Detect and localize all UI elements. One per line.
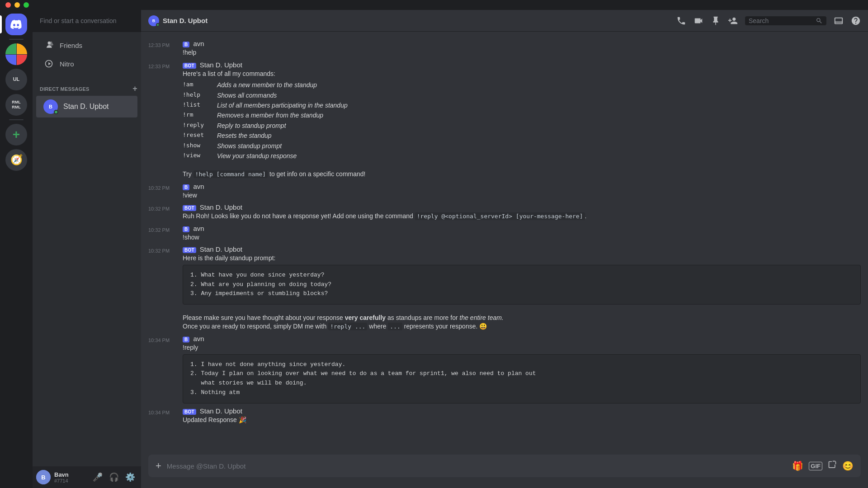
dm-search-bar[interactable] <box>33 10 141 32</box>
message-text: !help <box>183 48 861 57</box>
command-desc: Resets the standup <box>217 131 272 141</box>
message-author: Stan D. Upbot <box>200 61 242 69</box>
command-desc: Shows standup prompt <box>217 141 282 151</box>
message-row: 10:32 PM B avn !show <box>141 224 868 243</box>
message-author: Stan D. Upbot <box>200 245 242 253</box>
command-name: !reset <box>183 131 210 141</box>
command-row: !reply Reply to standup prompt <box>183 121 861 131</box>
user-panel: B Bavn #7714 🎤 🎧 ⚙️ <box>33 466 141 488</box>
settings-button[interactable]: ⚙️ <box>123 470 137 484</box>
mute-button[interactable]: 🎤 <box>90 470 105 484</box>
command-row: !help Shows all commands <box>183 90 861 100</box>
dm-section-header: DIRECT MESSAGES + <box>33 77 141 95</box>
help-button[interactable] <box>851 16 861 26</box>
message-time: 10:32 PM <box>148 227 170 233</box>
dm-nav: Friends Nitro <box>33 32 141 77</box>
inbox-button[interactable] <box>834 16 844 26</box>
message-row: 10:32 PM BOT Stan D. Upbot Here is the d… <box>141 244 868 332</box>
new-dm-button[interactable]: + <box>132 84 137 94</box>
message-timestamp-col: 10:32 PM <box>148 225 175 242</box>
command-row: !show Shows standup prompt <box>183 141 861 151</box>
bot-badge: BOT <box>183 205 196 211</box>
sticker-button[interactable] <box>828 460 837 472</box>
friends-label: Friends <box>60 42 82 49</box>
direct-messages-title: DIRECT MESSAGES <box>40 86 90 92</box>
server-icon-1[interactable] <box>5 43 27 65</box>
message-author-row: BOT Stan D. Upbot <box>183 203 861 211</box>
discover-servers-button[interactable]: 🧭 <box>5 149 27 171</box>
server-icon-2[interactable]: UL <box>5 69 27 90</box>
nitro-label: Nitro <box>60 60 74 68</box>
message-row: 10:34 PM BOT Stan D. Upbot Updated Respo… <box>141 406 868 426</box>
gift-button[interactable]: 🎁 <box>792 460 803 471</box>
message-row: 10:34 PM B avn !reply 1. I have not done… <box>141 334 868 404</box>
user-badge: B <box>183 42 189 47</box>
message-author: avn <box>193 335 204 343</box>
message-row: 12:33 PM BOT Stan D. Upbot Here's a list… <box>141 60 868 180</box>
add-server-button[interactable]: + <box>5 124 27 145</box>
chat-input-area: + 🎁 GIF 😊 <box>141 455 868 488</box>
command-desc: Reply to standup prompt <box>217 121 286 131</box>
message-timestamp-col: 12:33 PM <box>148 61 175 179</box>
message-text: !view <box>183 191 861 200</box>
message-author: Stan D. Upbot <box>200 407 242 415</box>
deafen-button[interactable]: 🎧 <box>107 470 121 484</box>
message-text: Updated Response 🎉 <box>183 416 861 425</box>
username: Bavn <box>54 471 87 478</box>
message-row: 12:33 PM B avn !help <box>141 39 868 58</box>
reply-block: 1. I have not done anything since yester… <box>183 354 861 404</box>
dm-sidebar: Friends Nitro DIRECT MESSAGES + B Stan D… <box>33 10 141 488</box>
server-avatar-cell <box>17 43 28 54</box>
message-input[interactable] <box>167 457 787 475</box>
maximize-button[interactable] <box>24 2 29 8</box>
server-avatar-cell <box>5 55 16 66</box>
search-input[interactable] <box>36 14 137 27</box>
add-friend-button[interactable] <box>728 16 738 26</box>
header-search-bar[interactable] <box>745 16 826 25</box>
stan-avatar: B <box>43 99 58 114</box>
server-label: UL <box>5 69 27 90</box>
command-name: !list <box>183 100 210 110</box>
server-divider <box>9 39 24 40</box>
pin-button[interactable] <box>711 16 721 26</box>
chat-header-name: Stan D. Upbot <box>163 17 208 24</box>
message-time: 10:32 PM <box>148 248 170 253</box>
message-time: 10:32 PM <box>148 206 170 211</box>
emoji-button[interactable]: 😊 <box>842 460 854 471</box>
attach-button[interactable]: + <box>156 455 161 477</box>
message-content: B avn !show <box>183 225 861 242</box>
message-content: B avn !help <box>183 40 861 57</box>
header-search-input[interactable] <box>749 17 812 24</box>
server-avatar-cell <box>17 55 28 66</box>
nitro-nav-item[interactable]: Nitro <box>36 55 137 73</box>
minimize-button[interactable] <box>14 2 20 8</box>
chat-input-wrapper: + 🎁 GIF 😊 <box>148 455 861 477</box>
message-content: BOT Stan D. Upbot Here's a list of all m… <box>183 61 861 179</box>
home-server-icon[interactable] <box>5 14 27 35</box>
server-icon-3[interactable]: RMLRML <box>5 94 27 116</box>
bot-badge: BOT <box>183 63 196 69</box>
video-button[interactable] <box>693 16 703 26</box>
message-timestamp-col: 10:34 PM <box>148 335 175 404</box>
chat-input-actions: 🎁 GIF 😊 <box>792 460 854 472</box>
command-name: !view <box>183 151 210 161</box>
message-text: Here is the daily standup prompt: 1. Wha… <box>183 254 861 331</box>
call-button[interactable] <box>676 16 686 26</box>
server-avatar-cell <box>5 43 16 54</box>
message-timestamp-col: 10:32 PM <box>148 245 175 331</box>
chat-header-actions <box>676 16 861 26</box>
command-desc: View your standup response <box>217 151 297 161</box>
chat-area: B Stan D. Upbot <box>141 10 868 488</box>
message-author-row: BOT Stan D. Upbot <box>183 61 861 69</box>
commands-table: !am Adds a new member to the standup !he… <box>183 80 861 161</box>
message-author-row: B avn <box>183 335 861 343</box>
messages-container[interactable]: 12:33 PM B avn !help 12:33 PM BOT <box>141 32 868 455</box>
close-button[interactable] <box>5 2 11 8</box>
friends-nav-item[interactable]: Friends <box>36 36 137 54</box>
user-badge: B <box>183 226 189 232</box>
user-badge: B <box>183 337 189 343</box>
dm-contact-stan[interactable]: B Stan D. Upbot <box>36 96 137 117</box>
command-row: !rm Removes a member from the standup <box>183 110 861 120</box>
gif-button[interactable]: GIF <box>809 462 822 470</box>
chat-header-avatar: B <box>148 15 159 26</box>
